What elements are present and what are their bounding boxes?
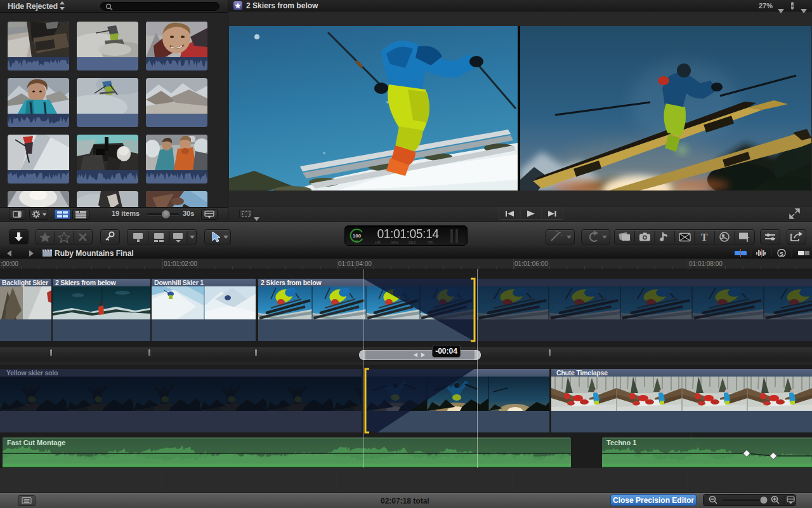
svg-text:S: S [780,251,783,257]
svg-text:100: 100 [353,233,362,239]
svg-text:%: % [355,239,358,243]
svg-text:T: T [701,232,708,243]
